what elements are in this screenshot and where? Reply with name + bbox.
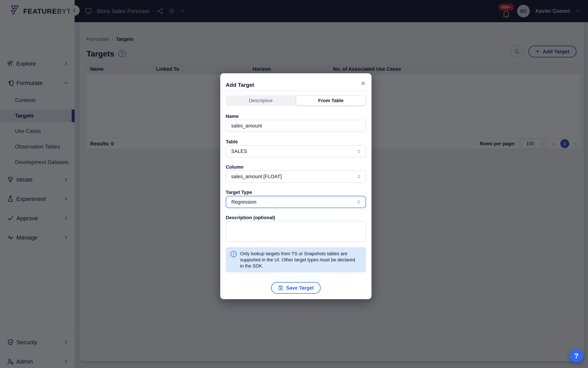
name-input[interactable] bbox=[226, 120, 366, 132]
description-field-label: Description (optional) bbox=[226, 215, 275, 221]
app-root: Store Sales Forecast bbox=[0, 0, 588, 368]
select-updown-icon bbox=[356, 149, 361, 154]
table-select-value: SALES bbox=[231, 148, 247, 154]
column-select-value: sales_amount [FLOAT] bbox=[231, 174, 282, 179]
modal-tab-group: Descriptive From Table bbox=[226, 95, 366, 106]
description-textarea[interactable] bbox=[226, 221, 366, 242]
help-fab-button[interactable]: ? bbox=[570, 349, 583, 363]
column-select[interactable]: sales_amount [FLOAT] bbox=[226, 171, 366, 183]
modal-divider bbox=[220, 91, 372, 91]
save-target-label: Save Target bbox=[286, 285, 314, 291]
target-type-field-label: Target Type bbox=[226, 190, 252, 195]
tab-descriptive[interactable]: Descriptive bbox=[226, 95, 296, 106]
save-target-button[interactable]: Save Target bbox=[271, 282, 321, 294]
table-field-label: Table bbox=[226, 139, 238, 145]
select-updown-icon bbox=[356, 200, 361, 204]
target-type-select[interactable]: Regression bbox=[226, 196, 366, 208]
column-field-label: Column bbox=[226, 164, 243, 170]
modal-title: Add Target bbox=[226, 82, 254, 88]
info-callout-text: Only lookup targets from TS or Snapshots… bbox=[240, 251, 360, 269]
target-type-select-value: Regression bbox=[231, 199, 257, 205]
info-icon: i bbox=[231, 251, 237, 257]
select-updown-icon bbox=[356, 174, 361, 179]
save-disk-icon bbox=[278, 285, 283, 291]
modal-close-icon[interactable]: ✕ bbox=[361, 81, 366, 87]
tab-from-table[interactable]: From Table bbox=[296, 96, 365, 105]
name-field-label: Name bbox=[226, 114, 239, 119]
table-select[interactable]: SALES bbox=[226, 145, 366, 157]
info-callout: i Only lookup targets from TS or Snapsho… bbox=[226, 247, 366, 273]
add-target-modal: Add Target ✕ Descriptive From Table Name… bbox=[220, 73, 372, 299]
